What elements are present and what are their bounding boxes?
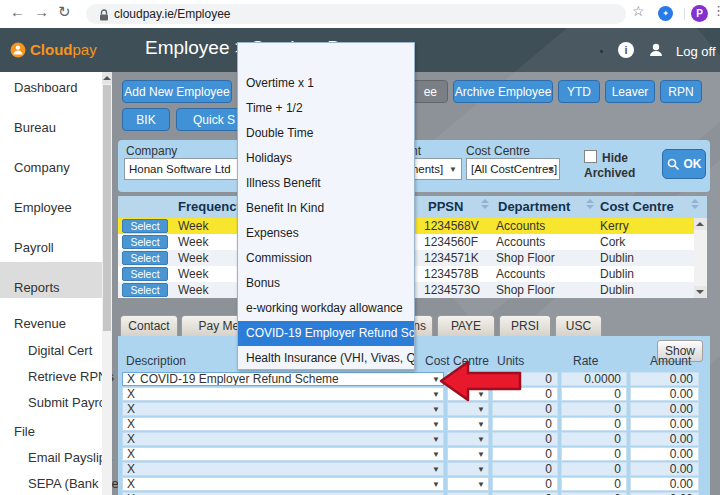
rate-cell[interactable]: 0 bbox=[561, 447, 627, 461]
rate-cell[interactable]: 0 bbox=[561, 462, 627, 476]
tab-paye[interactable]: PAYE bbox=[437, 315, 495, 336]
scroll-up-button[interactable] bbox=[102, 72, 112, 84]
amount-cell[interactable]: 0.00 bbox=[630, 417, 699, 431]
ytd-button[interactable]: YTD bbox=[558, 80, 600, 103]
units-cell[interactable]: 0 bbox=[492, 462, 558, 476]
bik-button[interactable]: BIK bbox=[122, 108, 170, 131]
amount-cell[interactable]: 0.00 bbox=[630, 372, 699, 386]
cost-centre-cell[interactable]: ▼ bbox=[447, 417, 489, 431]
chevron-down-icon[interactable]: ▼ bbox=[432, 480, 440, 490]
amount-cell[interactable]: 0.00 bbox=[630, 462, 699, 476]
remove-row-button[interactable]: X bbox=[127, 402, 135, 416]
dropdown-item[interactable]: e-working workday allowance bbox=[238, 296, 414, 321]
chevron-down-icon[interactable]: ▼ bbox=[477, 450, 485, 460]
browser-avatar[interactable]: P bbox=[691, 5, 708, 22]
units-cell[interactable]: 0 bbox=[492, 432, 558, 446]
description-cell[interactable]: X▼ bbox=[122, 417, 444, 431]
select-button[interactable]: Select bbox=[122, 235, 168, 249]
remove-row-button[interactable]: X bbox=[127, 462, 135, 476]
sidebar-item-employee[interactable]: Employee bbox=[14, 199, 72, 217]
remove-row-button[interactable]: X bbox=[127, 387, 135, 401]
forward-icon[interactable]: → bbox=[34, 3, 49, 20]
chevron-down-icon[interactable]: ▼ bbox=[432, 450, 440, 460]
description-cell[interactable]: X▼ bbox=[122, 402, 444, 416]
description-cell[interactable]: XCOVID-19 Employer Refund Scheme▼ bbox=[122, 372, 444, 386]
description-cell[interactable]: X▼ bbox=[122, 387, 444, 401]
chevron-down-icon[interactable]: ▼ bbox=[477, 435, 485, 445]
chevron-down-icon[interactable]: ▼ bbox=[432, 435, 440, 445]
scroll-up-button[interactable] bbox=[694, 218, 707, 230]
dropdown-item[interactable]: Overtime x 1 bbox=[238, 71, 414, 96]
rpn-button[interactable]: RPN bbox=[660, 80, 702, 103]
leaver-button[interactable]: Leaver bbox=[605, 80, 655, 103]
cloudpay-logo[interactable]: Cloudpay bbox=[30, 41, 97, 58]
sort-icon[interactable] bbox=[481, 199, 490, 209]
tab-usc[interactable]: USC bbox=[555, 315, 602, 336]
dropdown-item[interactable]: Time + 1/2 bbox=[238, 96, 414, 121]
description-cell[interactable]: X▼ bbox=[122, 462, 444, 476]
chevron-down-icon[interactable]: ▼ bbox=[432, 465, 440, 475]
tab-contact[interactable]: Contact bbox=[120, 315, 178, 336]
amount-cell[interactable]: 0.00 bbox=[630, 477, 699, 491]
dropdown-item[interactable]: Expenses bbox=[238, 221, 414, 246]
amount-cell[interactable]: 0.00 bbox=[630, 432, 699, 446]
select-button[interactable]: Select bbox=[122, 251, 168, 265]
amount-cell[interactable]: 0.00 bbox=[630, 447, 699, 461]
dropdown-item[interactable]: Commission bbox=[238, 246, 414, 271]
sidebar-item-file[interactable]: File bbox=[14, 423, 35, 441]
sidebar-item-payroll[interactable]: Payroll bbox=[14, 239, 54, 257]
rate-cell[interactable]: 0 bbox=[561, 432, 627, 446]
refresh-icon[interactable]: ↻ bbox=[58, 3, 71, 21]
remove-row-button[interactable]: X bbox=[127, 447, 135, 461]
hide-archived-checkbox[interactable] bbox=[584, 150, 597, 163]
dropdown-item[interactable]: Health Insurance (VHI, Vivas, Quinn etc) bbox=[238, 346, 414, 371]
rate-cell[interactable]: 0 bbox=[561, 402, 627, 416]
archive-employee-button[interactable]: Archive Employee bbox=[453, 80, 553, 103]
dropdown-item[interactable]: Holidays bbox=[238, 146, 414, 171]
description-cell[interactable]: X▼ bbox=[122, 477, 444, 491]
rate-cell[interactable]: 0 bbox=[561, 387, 627, 401]
tab-prsi[interactable]: PRSI bbox=[499, 315, 551, 336]
units-cell[interactable]: 0 bbox=[492, 417, 558, 431]
sidebar-item-company[interactable]: Company bbox=[14, 159, 70, 177]
dropdown-item[interactable]: Double Time bbox=[238, 121, 414, 146]
cost-centre-cell[interactable]: ▼ bbox=[447, 432, 489, 446]
scroll-down-button[interactable] bbox=[694, 286, 707, 298]
cost-centre-cell[interactable]: ▼ bbox=[447, 462, 489, 476]
remove-row-button[interactable]: X bbox=[127, 477, 135, 491]
rate-cell[interactable]: 0 bbox=[561, 477, 627, 491]
amount-cell[interactable]: 0.00 bbox=[630, 387, 699, 401]
cost-centre-cell[interactable]: ▼ bbox=[447, 477, 489, 491]
select-button[interactable]: Select bbox=[122, 283, 168, 297]
remove-row-button[interactable]: X bbox=[127, 372, 135, 386]
browser-menu-icon[interactable]: ⋮ bbox=[712, 3, 720, 18]
dropdown-item[interactable]: COVID-19 Employer Refund Scheme bbox=[238, 321, 414, 346]
chevron-down-icon[interactable]: ▼ bbox=[477, 480, 485, 490]
cost-centre-cell[interactable]: ▼ bbox=[447, 447, 489, 461]
select-button[interactable]: Select bbox=[122, 267, 168, 281]
sidebar-item-bureau[interactable]: Bureau bbox=[14, 119, 56, 137]
chevron-down-icon[interactable]: ▼ bbox=[432, 420, 440, 430]
add-new-employee-button[interactable]: Add New Employee bbox=[122, 80, 232, 103]
remove-row-button[interactable]: X bbox=[127, 432, 135, 446]
sidebar-item-email-payslips[interactable]: Email Payslips bbox=[28, 449, 113, 467]
description-cell[interactable]: X▼ bbox=[122, 432, 444, 446]
scrollbar-thumb[interactable] bbox=[103, 85, 111, 331]
chevron-down-icon[interactable]: ▼ bbox=[477, 465, 485, 475]
ok-search-button[interactable]: OK bbox=[662, 149, 706, 179]
cost-centre-select[interactable]: [All CostCentres]▼ bbox=[466, 158, 560, 180]
company-select[interactable]: Honan Software Ltd bbox=[124, 158, 240, 180]
rate-cell[interactable]: 0 bbox=[561, 417, 627, 431]
remove-row-button[interactable]: X bbox=[127, 417, 135, 431]
select-button[interactable]: Select bbox=[122, 219, 168, 233]
sidebar-item-revenue[interactable]: Revenue bbox=[14, 315, 66, 333]
units-cell[interactable]: 0 bbox=[492, 447, 558, 461]
dropdown-item[interactable]: Benefit In Kind bbox=[238, 196, 414, 221]
amount-cell[interactable]: 0.00 bbox=[630, 402, 699, 416]
units-cell[interactable]: 0 bbox=[492, 477, 558, 491]
dropdown-item[interactable]: Illness Benefit bbox=[238, 171, 414, 196]
sidebar-scrollbar[interactable] bbox=[102, 72, 112, 495]
dropdown-item[interactable]: Bonus bbox=[238, 271, 414, 296]
sort-icon[interactable] bbox=[691, 199, 700, 209]
rate-cell[interactable]: 0.0000 bbox=[561, 372, 627, 386]
